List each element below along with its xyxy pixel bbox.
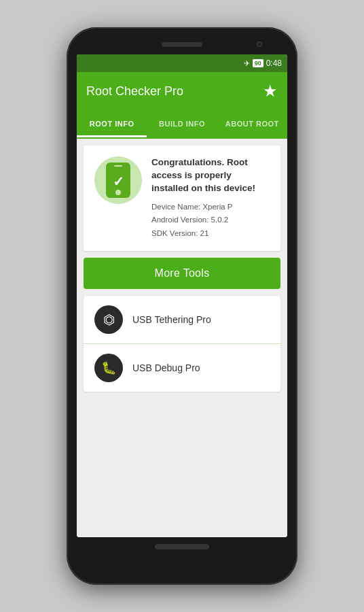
status-bar: ✈ 90 0:48	[77, 54, 287, 72]
usb-icon: ⏣	[103, 311, 115, 328]
tool-item-usb-tethering[interactable]: ⏣ USB Tethering Pro	[84, 296, 280, 343]
phone-frame: ✈ 90 0:48 Root Checker Pro ★ ROOT INFO B…	[67, 27, 297, 585]
checkmark-icon: ✓	[113, 173, 124, 190]
usb-debug-icon-circle: 🐛	[94, 354, 123, 382]
tab-root-info[interactable]: ROOT INFO	[77, 110, 147, 137]
tab-about-root[interactable]: ABOUT ROOT	[217, 110, 287, 137]
tab-build-info[interactable]: BUILD INFO	[147, 110, 217, 137]
phone-home-button[interactable]	[155, 544, 209, 549]
favorite-icon[interactable]: ★	[263, 82, 278, 101]
phone-speaker	[162, 42, 202, 47]
airplane-icon: ✈	[244, 59, 250, 68]
tab-bar: ROOT INFO BUILD INFO ABOUT ROOT	[77, 110, 287, 139]
device-info: Device Name: Xperia P Android Version: 5…	[151, 201, 270, 241]
android-version: Android Version: 5.0.2	[151, 214, 270, 227]
main-content: ✓ Congratulations. Root access is proper…	[77, 139, 287, 537]
usb-debug-label: USB Debug Pro	[132, 362, 200, 373]
root-status-icon-circle: ✓	[94, 156, 142, 204]
sdk-version: SDK Version: 21	[151, 227, 270, 241]
debug-icon: 🐛	[101, 360, 116, 375]
tool-item-usb-debug[interactable]: 🐛 USB Debug Pro	[84, 343, 280, 392]
phone-icon: ✓	[106, 163, 130, 198]
device-name: Device Name: Xperia P	[151, 201, 270, 214]
tools-list: ⏣ USB Tethering Pro 🐛 USB Debug Pro	[84, 296, 280, 392]
success-card: ✓ Congratulations. Root access is proper…	[84, 146, 280, 251]
phone-screen: ✈ 90 0:48 Root Checker Pro ★ ROOT INFO B…	[77, 54, 287, 537]
app-title: Root Checker Pro	[86, 84, 183, 99]
usb-tethering-label: USB Tethering Pro	[132, 314, 211, 325]
app-bar: Root Checker Pro ★	[77, 72, 287, 110]
status-icons: ✈ 90 0:48	[244, 58, 282, 68]
phone-top-bar	[73, 37, 291, 52]
more-tools-button[interactable]: More Tools	[84, 258, 280, 289]
success-title: Congratulations. Root access is properly…	[151, 156, 270, 195]
usb-tethering-icon-circle: ⏣	[94, 305, 123, 334]
status-time: 0:48	[266, 58, 282, 68]
phone-camera	[257, 41, 262, 47]
success-info: Congratulations. Root access is properly…	[151, 156, 270, 240]
battery-level: 90	[253, 59, 263, 67]
